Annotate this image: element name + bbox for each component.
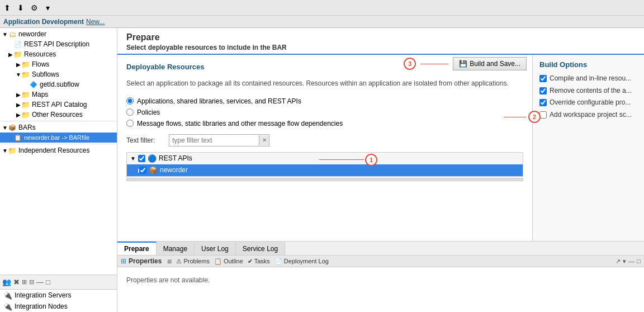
annotation-1-container: 1	[319, 154, 377, 166]
option-compile-inline-label[interactable]: Compile and in-line resou...	[539, 74, 637, 83]
toggle-maps[interactable]: ▶	[16, 92, 21, 98]
radio-flows[interactable]	[126, 120, 134, 127]
toolbar-icon-4[interactable]: ▾	[42, 3, 53, 13]
tree-item-bars[interactable]: ▼ 📦 BARs	[0, 122, 117, 133]
page-title: Prepare	[126, 32, 635, 42]
tree-item-rest-api-desc[interactable]: 📄 REST API Description	[0, 39, 117, 49]
tree-table: ▼ 🔵 REST APIs 1	[126, 152, 523, 177]
integration-nodes-icon: 🔌	[3, 302, 12, 311]
filter-label: Text filter:	[126, 136, 165, 144]
page-title-area: Prepare Select deployable resources to i…	[117, 28, 644, 55]
toolbar-icon-3[interactable]: ⚙	[29, 3, 39, 13]
app-new-link[interactable]: New...	[86, 18, 105, 26]
toolbar-close-icon[interactable]: ✖	[13, 278, 20, 286]
tree-item-resources[interactable]: ▶ 📁 Resources	[0, 49, 117, 59]
option-add-workspace-label[interactable]: Add workspace project sc...	[539, 111, 637, 120]
tree-label-neworder-bar: neworder.bar -> BARfile	[24, 134, 89, 141]
tree-item-flows[interactable]: ▶ 📁 Flows	[0, 59, 117, 69]
radio-flows-label[interactable]: Message flows, static libraries and othe…	[126, 120, 523, 127]
tree-item-other-resources[interactable]: ▶ 📁 Other Resources	[0, 110, 117, 120]
toggle-flows[interactable]: ▶	[16, 62, 21, 68]
horizontal-scrollbar[interactable]	[126, 178, 523, 181]
tab-prepare[interactable]: Prepare	[117, 242, 157, 255]
annotation-2-line	[504, 117, 526, 117]
toolbar-minus-icon[interactable]: —	[36, 278, 44, 286]
tree-label-maps: Maps	[32, 91, 48, 98]
problems-link[interactable]: ⚠ Problems	[176, 258, 210, 265]
neworder-tree-icon: 📦	[149, 166, 158, 174]
tree-item-rest-api-catalog[interactable]: ▶ 📁 REST API Catalog	[0, 100, 117, 110]
other-resources-folder-icon: 📁	[21, 110, 30, 119]
deployment-log-link[interactable]: 📄 Deployment Log	[274, 258, 329, 265]
rest-catalog-folder-icon: 📁	[21, 100, 30, 109]
radio-apps-label[interactable]: Applications, shared libraries, services…	[126, 97, 523, 105]
properties-header: ⊞ Properties ⊠ ⚠ Problems 📋 Outline ✔ Ta…	[117, 256, 644, 267]
toolbar-icon-1[interactable]: ⬆	[2, 3, 12, 13]
outline-link[interactable]: 📋 Outline	[214, 258, 243, 265]
tasks-link[interactable]: ✔ Tasks	[248, 258, 270, 265]
resources-folder-icon: 📁	[13, 50, 22, 59]
tree-item-neworder[interactable]: ▼ 🗂 neworder	[0, 29, 117, 39]
toggle-bars[interactable]: ▼	[2, 125, 8, 131]
prop-minimize-icon[interactable]: —	[628, 258, 634, 264]
build-save-button[interactable]: 💾 Build and Save...	[453, 57, 527, 70]
tree-label-flows: Flows	[32, 60, 49, 68]
radio-policies-label[interactable]: Policies	[126, 108, 523, 116]
toggle-rest-api-catalog[interactable]: ▶	[16, 102, 21, 108]
tree-label-rest-api-desc: REST API Description	[24, 40, 89, 48]
tree-item-maps[interactable]: ▶ 📁 Maps	[0, 89, 117, 100]
integration-nodes-label: Integration Nodes	[15, 302, 68, 310]
tree-item-subflows[interactable]: ▼ 📁 Subflows	[0, 69, 117, 79]
integration-nodes-item[interactable]: 🔌 Integration Nodes	[0, 301, 117, 312]
option-compile-inline-text: Compile and in-line resou...	[550, 74, 631, 83]
tab-user-log[interactable]: User Log	[195, 242, 236, 255]
option-remove-contents-checkbox[interactable]	[539, 87, 547, 94]
annotation-3-line	[420, 64, 448, 64]
toggle-neworder-bar	[8, 135, 13, 141]
main-container: ⬆ ⬇ ⚙ ▾ Application Development New... ▼…	[0, 0, 644, 312]
rest-apis-checkbox[interactable]	[138, 155, 145, 162]
filter-input[interactable]	[169, 135, 259, 146]
option-remove-contents-label[interactable]: Remove contents of the a...	[539, 87, 637, 96]
option-override-configurable-checkbox[interactable]	[539, 99, 547, 106]
annotation-3: 3	[404, 58, 416, 70]
tab-service-log[interactable]: Service Log	[236, 242, 285, 255]
prepare-content: Deployable Resources Select an applicati…	[117, 55, 644, 241]
prop-menu-icon[interactable]: ▾	[623, 258, 626, 265]
rest-apis-toggle[interactable]: ▼	[130, 155, 137, 162]
filter-clear-button[interactable]: ✕	[259, 135, 269, 145]
option-override-configurable-label[interactable]: Override configurable pro...	[539, 98, 637, 107]
tree-item-independent[interactable]: ▼ 📁 Independent Resources	[0, 145, 117, 155]
build-options-panel: Build Options Compile and in-line resou.…	[532, 55, 644, 241]
toolbar-d1-icon[interactable]: ⊞	[22, 278, 27, 286]
filter-input-wrap: ✕	[169, 134, 269, 146]
tab-manage[interactable]: Manage	[157, 242, 195, 255]
radio-apps[interactable]	[126, 97, 134, 105]
option-compile-inline-checkbox[interactable]	[539, 75, 547, 82]
toggle-neworder[interactable]: ▼	[2, 31, 8, 37]
toggle-other-resources[interactable]: ▶	[16, 112, 21, 118]
prop-external-icon[interactable]: ↗	[615, 258, 621, 265]
tree-table-row-rest-apis[interactable]: ▼ 🔵 REST APIs 1	[127, 153, 523, 164]
tree-item-getid-subflow[interactable]: 🔷 getId.subflow	[0, 79, 117, 89]
toolbar-users-icon[interactable]: 👥	[2, 278, 11, 286]
rest-apis-icon: 🔵	[148, 154, 157, 163]
neworder-checkbox[interactable]	[139, 167, 146, 174]
properties-content: Properties are not available.	[117, 267, 644, 312]
toolbar-icon-2[interactable]: ⬇	[16, 3, 26, 13]
prop-maximize-icon[interactable]: □	[637, 258, 641, 264]
toolbar-d2-icon[interactable]: ⊟	[29, 278, 34, 286]
tree-item-neworder-bar[interactable]: 📋 neworder.bar -> BARfile	[0, 133, 117, 143]
radio-policies[interactable]	[126, 108, 134, 116]
toggle-subflows[interactable]: ▼	[16, 72, 21, 78]
radio-flows-text: Message flows, static libraries and othe…	[137, 120, 343, 127]
toolbar-square-icon[interactable]: □	[46, 278, 50, 286]
properties-close-icon[interactable]: ⊠	[167, 258, 172, 264]
tree-table-row-neworder[interactable]: ▶ 📦 neworder	[127, 164, 523, 176]
toggle-independent[interactable]: ▼	[2, 148, 8, 154]
neworder-toggle[interactable]: ▶	[130, 167, 138, 173]
bars-divider	[0, 121, 117, 121]
integration-servers-item[interactable]: 🔌 Integration Servers	[0, 290, 117, 301]
toggle-resources[interactable]: ▶	[8, 51, 13, 58]
build-options-title: Build Options	[539, 60, 637, 69]
